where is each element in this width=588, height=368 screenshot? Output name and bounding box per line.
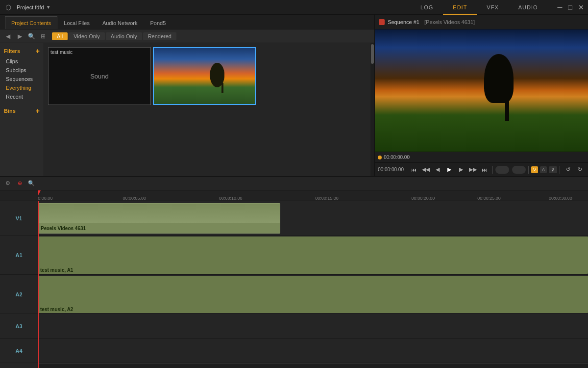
grid-view-icon[interactable]: ⊞	[38, 31, 48, 41]
clip-preview-area	[39, 204, 280, 223]
track-row-a1[interactable]: // Generate waveform bars let bars = '';…	[38, 236, 588, 275]
app-icon: ⬡	[4, 3, 13, 12]
play-button[interactable]: ▶	[444, 164, 455, 175]
redo-button[interactable]: ↻	[574, 164, 585, 175]
tl-snap-icon[interactable]: ⊕	[15, 179, 24, 188]
filter-all[interactable]: All	[52, 32, 68, 40]
ruler-mark-30: 00:00:30.00	[549, 196, 572, 201]
media-grid: test music Sound Pexels Videos 4631	[44, 43, 374, 176]
close-button[interactable]: ✕	[578, 3, 584, 11]
forward-button[interactable]: ▶	[15, 31, 24, 41]
window-controls: ─ □ ✕	[558, 3, 584, 11]
grid-scrollbar[interactable]	[370, 43, 374, 176]
record-indicator	[379, 19, 385, 25]
timeline-content: V1 A1 A2 A3 A4 All 00:00:00.00 00:00:05.…	[0, 190, 588, 368]
a4-label-text: A4	[15, 348, 22, 354]
maximize-button[interactable]: □	[568, 3, 572, 11]
skip-to-end-button[interactable]: ⏭	[479, 164, 490, 175]
track-row-a3[interactable]	[38, 314, 588, 339]
frame-fwd-button[interactable]: ▶	[456, 164, 466, 175]
preview-controls: 00:00:00.00 ⏮ ◀◀ ◀ ▶ ▶ ▶▶ ⏭ V A 🎙 ↺ ↻	[375, 162, 588, 176]
filter-video-only[interactable]: Video Only	[69, 32, 105, 40]
sidebar-item-sequences[interactable]: Sequences	[0, 75, 44, 83]
a3-label-text: A3	[15, 323, 22, 329]
ruler-mark-20: 00:00:20.00	[412, 196, 435, 201]
trim-toggle[interactable]	[512, 166, 526, 174]
minimize-button[interactable]: ─	[558, 3, 563, 11]
bins-add-button[interactable]: +	[36, 107, 40, 115]
filters-header: Filters +	[0, 45, 44, 57]
skip-to-start-button[interactable]: ⏮	[409, 164, 419, 175]
filter-audio-only[interactable]: Audio Only	[106, 32, 142, 40]
controls-separator-3	[560, 166, 560, 174]
track-label-a3: A3	[0, 314, 38, 339]
search-icon[interactable]: 🔍	[26, 31, 36, 41]
bins-header: Bins +	[0, 105, 44, 117]
mic-button[interactable]: 🎙	[549, 166, 557, 173]
nav-vfx[interactable]: VFX	[477, 0, 508, 15]
project-name: Project fdfd	[17, 4, 44, 10]
ruler-mark-0: 00:00:00.00	[38, 196, 52, 201]
svg-rect-0	[38, 237, 588, 274]
frame-back-button[interactable]: ◀	[432, 164, 443, 175]
filter-tabs: All Video Only Audio Only Rendered	[52, 32, 176, 40]
nav-log[interactable]: LOG	[411, 0, 443, 15]
audio-clip-a2[interactable]: let bars2 = ''; for(let i=0; i<220; i++)…	[38, 276, 588, 313]
track-row-v1[interactable]: Pexels Videos 4631	[38, 201, 588, 236]
controls-separator-2	[528, 166, 529, 174]
sequence-label: Sequence #1	[388, 19, 419, 25]
content-area: Filters + Clips Subclips Sequences Every…	[0, 43, 374, 176]
audio-clip-a1[interactable]: // Generate waveform bars let bars = '';…	[38, 237, 588, 274]
view-toggle-v[interactable]: V	[531, 166, 538, 173]
track-labels: V1 A1 A2 A3 A4 All	[0, 190, 38, 368]
sidebar-item-clips[interactable]: Clips	[0, 57, 44, 66]
sidebar-filters: Filters + Clips Subclips Sequences Every…	[0, 43, 44, 176]
undo-button[interactable]: ↺	[563, 164, 573, 175]
sidebar-item-subclips[interactable]: Subclips	[0, 66, 44, 75]
track-label-v1: V1	[0, 201, 38, 236]
content-toolbar: ◀ ▶ 🔍 ⊞ All Video Only Audio Only Render…	[0, 29, 374, 43]
timeline-tracks[interactable]: 00:00:00.00 00:00:05.00 00:00:10.00 00:0…	[38, 190, 588, 368]
ruler-mark-15: 00:00:15.00	[315, 196, 339, 201]
ruler-mark-10: 00:00:10.00	[219, 196, 243, 201]
waveform-a1: // Generate waveform bars let bars = '';…	[38, 237, 588, 274]
timeline-ruler: 00:00:00.00 00:00:05.00 00:00:10.00 00:0…	[38, 190, 588, 201]
a2-clip-label: test music, A2	[40, 307, 73, 312]
tab-audio-network[interactable]: Audio Network	[96, 16, 144, 29]
view-toggle-a[interactable]: A	[540, 166, 547, 173]
sidebar-item-recent[interactable]: Recent	[0, 92, 44, 101]
preview-timecode-bar: 00:00:00.00	[375, 152, 588, 162]
right-panel: Sequence #1 [Pexels Videos 4631] 00:00:0…	[375, 15, 588, 176]
track-row-a2[interactable]: let bars2 = ''; for(let i=0; i<220; i++)…	[38, 275, 588, 314]
step-fwd-button[interactable]: ▶▶	[467, 164, 478, 175]
step-back-button[interactable]: ◀◀	[420, 164, 431, 175]
v1-label-text: V1	[16, 215, 22, 221]
preview-video[interactable]	[375, 29, 588, 152]
back-button[interactable]: ◀	[3, 31, 13, 41]
sidebar-item-everything[interactable]: Everything	[0, 83, 44, 92]
loop-toggle[interactable]	[495, 166, 509, 174]
project-dropdown[interactable]: ▼	[46, 4, 51, 10]
video-clip-pexels[interactable]: Pexels Videos 4631	[38, 203, 280, 234]
waveform-a2: let bars2 = ''; for(let i=0; i<220; i++)…	[38, 276, 588, 313]
title-bar: ⬡ Project fdfd ▼ LOG EDIT VFX AUDIO ─ □ …	[0, 0, 588, 15]
a1-label-text: A1	[15, 252, 22, 258]
tree-trunk	[221, 83, 223, 93]
tl-zoom-icon[interactable]: 🔍	[26, 179, 36, 188]
media-item-pexels[interactable]: Pexels Videos 4631	[153, 47, 256, 105]
nav-edit[interactable]: EDIT	[443, 0, 477, 15]
a1-clip-label: test music, A1	[40, 267, 73, 273]
filters-add-button[interactable]: +	[36, 47, 40, 55]
tracks-container: Pexels Videos 4631 // Generate	[38, 201, 588, 368]
media-item-test-music[interactable]: test music Sound	[48, 47, 151, 105]
tl-settings-icon[interactable]: ⚙	[3, 179, 13, 188]
nav-audio[interactable]: AUDIO	[509, 0, 548, 15]
timecode-text: 00:00:00.00	[384, 155, 410, 160]
tab-pond5[interactable]: Pond5	[144, 16, 172, 29]
tab-local-files[interactable]: Local Files	[57, 16, 96, 29]
filter-rendered[interactable]: Rendered	[143, 32, 176, 40]
track-row-a4[interactable]	[38, 339, 588, 363]
tab-project-contents[interactable]: Project Contents	[5, 16, 57, 29]
preview-timecode: 00:00:00.00	[378, 167, 404, 172]
timeline-toolbar: ⚙ ⊕ 🔍	[0, 177, 588, 190]
